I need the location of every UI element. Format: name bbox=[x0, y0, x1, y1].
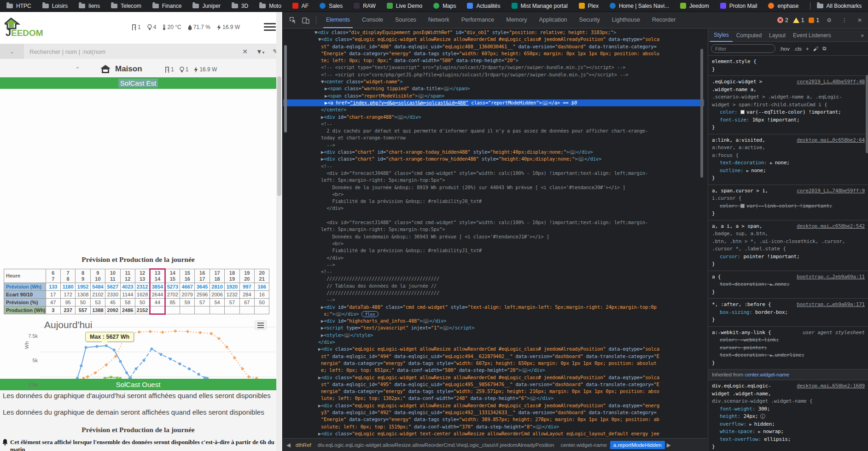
css-property[interactable]: font-weight: 300; bbox=[712, 405, 865, 413]
css-selector[interactable]: .badge, sup, a.btn, bbox=[712, 230, 865, 238]
dom-tree-line[interactable]: ▼<div class="eqLogic eqLogic-widget allo… bbox=[283, 36, 704, 43]
clear-search-icon[interactable]: ✕ bbox=[242, 48, 248, 55]
css-property[interactable]: color: var(--link-color) !important; bbox=[712, 202, 865, 210]
bookmark-item[interactable]: Maps bbox=[433, 3, 456, 9]
dom-tree-line[interactable]: ▶<div class="chart" id="chart-xrange-tod… bbox=[283, 149, 704, 156]
bookmark-item[interactable]: liens bbox=[79, 3, 100, 9]
bookmark-item[interactable]: Loisirs bbox=[42, 3, 68, 9]
bookmark-item[interactable]: HTPC bbox=[6, 3, 31, 9]
breadcrumb-item[interactable]: center.widget-name bbox=[557, 441, 610, 449]
bookmark-item[interactable]: RAW bbox=[354, 3, 376, 9]
styles-filter-input[interactable] bbox=[711, 44, 775, 53]
dom-tree-line[interactable]: ▼<center class="widget-name"> bbox=[283, 78, 704, 85]
dom-tree-line[interactable]: left: 5px;margin-right: 5px;margin-top:5… bbox=[283, 226, 704, 233]
css-selector[interactable]: core2019_Li…748be59ff:9a, span.cursor > … bbox=[712, 187, 865, 195]
css-selector[interactable]: bootstrap.c…eb9a69a:171*, :after, :befor… bbox=[712, 301, 865, 309]
widget-title-solcast-ouest[interactable]: SolCast Ouest bbox=[0, 379, 276, 390]
dom-tree-line[interactable]: st" data-eqlogic_id="495" data-eqlogic_u… bbox=[283, 381, 704, 388]
css-selector[interactable]: .cursor *, .label.state { bbox=[712, 245, 865, 253]
computed-panel-icon[interactable]: ⧉ bbox=[822, 46, 826, 52]
css-property[interactable]: text-decoration: ▶ underline; bbox=[712, 352, 865, 359]
dom-tree-line[interactable]: today et chart-xrange-tomorrow bbox=[283, 134, 704, 141]
search-scope-dropdown[interactable]: ⌄ bbox=[0, 44, 24, 59]
css-property[interactable]: text-decoration: ▶ none; bbox=[712, 281, 865, 289]
css-selector[interactable]: core2019_Li…48be59ff:48.eqLogic-widget > bbox=[712, 78, 865, 86]
css-source-link[interactable]: bootstrap.c…2eb9a69a:11 bbox=[797, 273, 865, 281]
css-selector[interactable]: element.style { bbox=[712, 58, 865, 66]
dom-tree-line[interactable]: Fiabilité de la prévision &nbsp;: #relia… bbox=[283, 198, 704, 205]
bookmark-item[interactable]: Jeedom bbox=[680, 3, 709, 9]
rendering-emulation-icon[interactable]: 🖌 bbox=[813, 46, 819, 52]
dom-tree-line[interactable]: lute; left: 0px; top: 1302px;" data-conf… bbox=[283, 395, 704, 402]
css-selector[interactable]: desktop.mai…0c658be2:64a:link, a:visited… bbox=[712, 137, 865, 145]
css-source-link[interactable]: core2019_Li…748be59ff:9 bbox=[797, 187, 865, 195]
css-property[interactable]: height: 24px;i bbox=[712, 413, 865, 421]
devtools-tab-application[interactable]: Application bbox=[536, 12, 570, 28]
dom-tree-line[interactable]: <!-- bbox=[283, 121, 704, 127]
dom-tree-line[interactable]: te; left: 0px; top: 0px;" data-conf-widt… bbox=[283, 57, 704, 64]
dom-tree-line[interactable]: ⋯▶<a href="index.php?v=d&p=solcast&m=sol… bbox=[283, 99, 704, 106]
styles-toggle[interactable]: + bbox=[806, 46, 809, 52]
devtools-tab-network[interactable]: Network bbox=[425, 12, 452, 28]
breadcrumb-item[interactable]: a.reportModeHidden bbox=[610, 441, 665, 449]
css-property[interactable]: cursor: pointer !important; bbox=[712, 253, 865, 261]
dom-tree-line[interactable]: <div id="forecastJ0488" class="cmd cmd-w… bbox=[283, 170, 704, 177]
css-source-link[interactable]: desktop.mai…658be2:1689 bbox=[797, 382, 865, 390]
css-source-link[interactable]: desktop.mai…c658be2:542 bbox=[797, 223, 865, 231]
bookmark-item[interactable]: enphase bbox=[768, 3, 798, 9]
css-property[interactable]: white-space: ▶ nowrap; bbox=[712, 428, 865, 436]
dom-tree-line[interactable]: nergie" data-category="energy" data-tags… bbox=[283, 360, 704, 367]
dom-tree-line[interactable]: Données de la journée &nbsp;: 8919 Wh pr… bbox=[283, 184, 704, 191]
dom-tree-line[interactable]: <!-- bbox=[283, 163, 704, 170]
dom-tree-line[interactable]: "Energie" data-category="energy" data-ta… bbox=[283, 50, 704, 57]
devtools-tab-recorder[interactable]: Recorder bbox=[649, 12, 678, 28]
css-property[interactable]: color: var(--eqTitle-color) !important; bbox=[712, 109, 865, 116]
styles-tab-computed[interactable]: Computed bbox=[733, 29, 765, 41]
css-selector[interactable]: .widget-name a, bbox=[712, 86, 865, 94]
jeedom-logo[interactable]: J EEDOM bbox=[5, 17, 64, 40]
dom-tree-line[interactable]: --> bbox=[283, 261, 704, 268]
breadcrumb-item[interactable]: dthRef bbox=[292, 441, 315, 449]
styles-tab-styles[interactable]: Styles bbox=[710, 29, 733, 42]
dom-tree-line[interactable]: --> bbox=[283, 296, 704, 303]
dom-tree-line[interactable]: //////////////////////////////////////// bbox=[283, 289, 704, 296]
page-scrollbar[interactable] bbox=[276, 12, 282, 451]
bookmark-item[interactable]: Live Demo bbox=[387, 3, 422, 9]
settings-gear-icon[interactable]: ⚙ bbox=[827, 17, 832, 23]
error-badge[interactable]: ✕2 bbox=[777, 17, 788, 23]
dom-tree-line[interactable]: ▶<div class="chart" id="chart-xrange-tom… bbox=[283, 156, 704, 162]
styles-scrollbar[interactable] bbox=[865, 61, 868, 337]
warning-badge[interactable]: 1 bbox=[793, 17, 804, 23]
filter-icon[interactable]: ▼▾ bbox=[256, 48, 264, 55]
collapse-chevron-icon[interactable]: ⌃ bbox=[75, 66, 80, 73]
devtools-tab-memory[interactable]: Memory bbox=[503, 12, 530, 28]
dom-tree-line[interactable]: ▶<div id="chart-xrange488">…</div> bbox=[283, 114, 704, 121]
breadcrumb-scroll-right-icon[interactable]: ▶ bbox=[665, 442, 673, 448]
css-selector[interactable]: widget > span:first-child.statusCmd i { bbox=[712, 101, 865, 109]
dom-tree-line[interactable]: st" data-eqlogic_id="494" data-eqlogic_u… bbox=[283, 353, 704, 360]
dom-tree-line[interactable]: y3" data-eqlogic_id="492" data-eqlogic_u… bbox=[283, 409, 704, 416]
dom-tree-line[interactable]: 2 div cachés par défaut et qui permette … bbox=[283, 127, 704, 134]
css-source-link[interactable]: core2019_Li…48be59ff:48 bbox=[797, 78, 865, 86]
bookmark-item[interactable]: 3D bbox=[232, 3, 248, 9]
dom-tree-line[interactable]: --> bbox=[283, 142, 704, 149]
dom-tree-line[interactable]: ▶<span class="reportModeVisible">…</span… bbox=[283, 93, 704, 99]
device-toolbar-icon[interactable] bbox=[302, 17, 309, 24]
dom-tree-line[interactable]: </div> bbox=[283, 205, 704, 212]
bookmark-item[interactable]: Telecom bbox=[111, 3, 141, 9]
devtools-tab-elements[interactable]: Elements bbox=[323, 12, 353, 28]
css-selector[interactable]: .btn, .btn > *, .ui-icon-closethick, .cu… bbox=[712, 238, 865, 246]
css-source-link[interactable]: user agent stylesheet bbox=[803, 329, 865, 337]
kebab-menu-icon[interactable]: ⋮ bbox=[842, 17, 847, 23]
css-selector[interactable]: widget .widget-name, bbox=[712, 390, 865, 398]
bookmark-item[interactable]: Plex bbox=[579, 3, 599, 9]
dom-tree-line[interactable]: left: 5px;margin-right: 5px;margin-top:5… bbox=[283, 177, 704, 184]
flex-badge[interactable]: flex bbox=[361, 311, 378, 317]
all-bookmarks-button[interactable]: All Bookmarks bbox=[817, 3, 862, 9]
css-property[interactable]: outline: ▶ none; bbox=[712, 167, 865, 175]
dom-tree-line[interactable]: Fiabilité de la prévision &nbsp;: #relia… bbox=[283, 247, 704, 254]
devtools-tab-console[interactable]: Console bbox=[359, 12, 386, 28]
close-devtools-icon[interactable]: ✕ bbox=[857, 17, 862, 23]
css-property[interactable]: font-size: 16px !important; bbox=[712, 116, 865, 124]
css-selector[interactable]: desktop.mai…658be2:1689div.eqLogic.eqLog… bbox=[712, 382, 865, 390]
